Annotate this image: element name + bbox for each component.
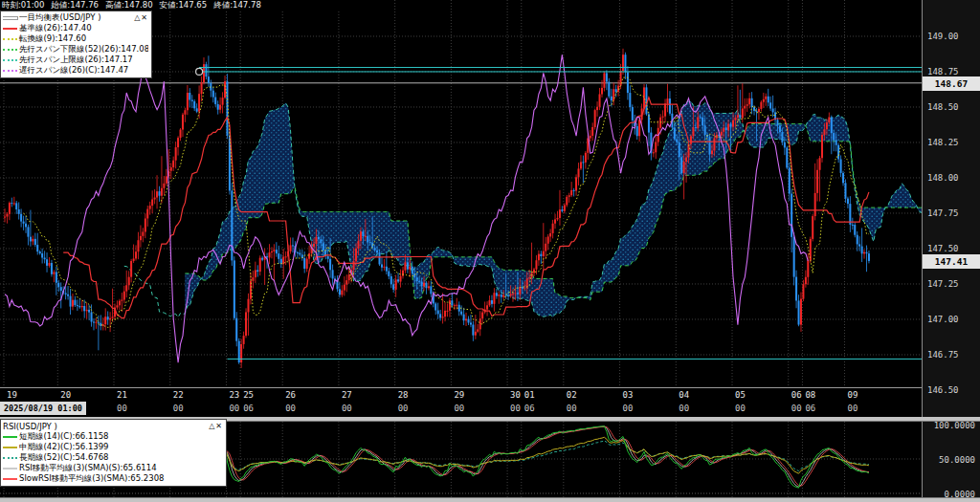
hour-label: 00 — [285, 404, 296, 413]
series-swatch — [3, 457, 17, 459]
hour-label: 00 — [847, 404, 858, 413]
price-tag-upper: 148.67 — [923, 76, 980, 91]
ichimoku-legend[interactable]: 一目均衡表(USD/JPY ) △✕ 基準線(26):147.40転換線(9):… — [0, 11, 152, 78]
series-swatch — [3, 436, 17, 438]
window-bottom-strip — [0, 497, 980, 502]
selected-datetime-tag: 2025/08/19 01:00 — [0, 402, 86, 415]
price-tick-label: 146.50 — [927, 385, 959, 395]
day-label: 26 — [285, 390, 296, 400]
ichimoku-legend-title-row: 一目均衡表(USD/JPY ) △✕ — [3, 12, 148, 23]
legend-item: SlowRSI移動平均線(3)(SMA):65.2308 — [3, 473, 223, 484]
legend-item: 遅行スパン線(26)(C):147.47 — [3, 65, 148, 76]
price-marker-circle[interactable] — [196, 68, 203, 75]
day-label: 06 — [791, 390, 802, 400]
day-label: 25 — [243, 390, 254, 400]
day-label: 21 — [117, 390, 127, 400]
hour-label: 00 — [679, 404, 689, 413]
hour-label: 00 — [567, 404, 577, 413]
series-swatch — [3, 17, 17, 19]
price-tick-label: 147.25 — [927, 279, 959, 289]
day-label: 20 — [60, 390, 71, 400]
series-swatch — [3, 59, 17, 61]
legend-item: 中期線(42)(C):56.1399 — [3, 442, 223, 452]
close-icon[interactable]: ✕ — [141, 13, 148, 22]
legend-item-label: 短期線(14)(C):66.1158 — [19, 431, 109, 442]
day-label: 08 — [805, 390, 815, 400]
legend-item-label: 基準線(26):147.40 — [19, 23, 92, 33]
legend-item: 短期線(14)(C):66.1158 — [3, 431, 223, 442]
hour-label: 00 — [510, 404, 521, 413]
series-swatch — [3, 28, 17, 30]
legend-item-label: SlowRSI移動平均線(3)(SMA):65.2308 — [19, 473, 164, 484]
price-tick-label: 148.00 — [927, 173, 959, 183]
hour-label: 00 — [117, 404, 127, 413]
series-swatch — [3, 478, 17, 480]
legend-item-label: 中期線(42)(C):56.1399 — [19, 442, 109, 452]
price-axis[interactable]: 148.67 147.41 149.00148.75148.50148.2514… — [922, 0, 980, 422]
rsi-legend[interactable]: RSI(USD/JPY ) △✕ 短期線(14)(C):66.1158中期線(4… — [0, 419, 227, 487]
price-tick-label: 147.00 — [927, 315, 959, 324]
legend-item-label: 先行スパン上限線(26):147.17 — [19, 55, 133, 65]
legend-item-label: RSI移動平均線(3)(SMA)(S):65.6114 — [19, 463, 157, 473]
price-tick-label: 148.50 — [927, 102, 959, 112]
day-label: 03 — [623, 390, 634, 400]
price-tag-current: 147.41 — [923, 254, 980, 269]
day-label: 01 — [524, 390, 535, 400]
hour-label: 00 — [791, 404, 802, 413]
hour-label: 00 — [173, 404, 184, 413]
day-label: 30 — [510, 390, 521, 400]
price-tick-label: 146.75 — [927, 350, 959, 360]
price-tick-label: 148.25 — [927, 138, 959, 147]
legend-item: RSI移動平均線(3)(SMA)(S):65.6114 — [3, 463, 223, 473]
close-icon[interactable]: ✕ — [215, 422, 223, 430]
rsi-axis[interactable]: 100.000050.00000.0000 — [922, 422, 980, 498]
hour-label: 00 — [229, 404, 239, 413]
rsi-tick-label: 50.0000 — [939, 455, 975, 465]
rsi-legend-title-row: RSI(USD/JPY ) △✕ — [3, 421, 223, 431]
ohlc-high: 高値:147.80 — [105, 0, 153, 10]
day-label: 28 — [398, 390, 409, 400]
day-label: 29 — [454, 390, 464, 400]
ohlc-close: 終値:147.78 — [213, 0, 261, 10]
series-swatch — [3, 468, 17, 469]
legend-item-label: 遅行スパン線(26)(C):147.47 — [19, 65, 128, 76]
price-tick-label: 147.50 — [927, 244, 959, 253]
rsi-legend-title: RSI(USD/JPY ) — [3, 422, 57, 431]
hour-label: 06 — [805, 404, 815, 413]
time-axis[interactable]: 2025/08/19 01:00 19200021002200230025062… — [0, 387, 922, 418]
hour-label: 00 — [623, 404, 634, 413]
legend-item: 先行スパン下限線(52)(26):147.08 — [3, 44, 148, 55]
hour-label: 06 — [524, 404, 535, 413]
chart-window: 時刻:01:00始値:147.76高値:147.80安値:147.65終値:14… — [0, 0, 980, 502]
hour-label: 00 — [342, 404, 352, 413]
legend-item-label: 長期線(52)(C):54.6768 — [19, 452, 109, 463]
day-label: 02 — [567, 390, 577, 400]
hour-label: 06 — [243, 404, 254, 413]
rsi-long-line — [126, 441, 869, 471]
ohlc-info-bar: 時刻:01:00始値:147.76高値:147.80安値:147.65終値:14… — [0, 0, 368, 10]
candles-group — [4, 49, 870, 368]
day-label: 04 — [679, 390, 689, 400]
day-label: 19 — [7, 390, 17, 400]
day-label: 05 — [735, 390, 746, 400]
price-tick-label: 149.00 — [927, 32, 959, 41]
ohlc-low: 安値:147.65 — [160, 0, 208, 10]
legend-item: 基準線(26):147.40 — [3, 23, 148, 33]
ichimoku-legend-title: 一目均衡表(USD/JPY ) — [19, 12, 101, 23]
day-label: 23 — [229, 390, 239, 400]
rsi-tick-label: 100.0000 — [934, 421, 975, 430]
hour-label: 00 — [735, 404, 746, 413]
ohlc-open: 始値:147.76 — [51, 0, 99, 10]
legend-item-label: 転換線(9):147.60 — [19, 33, 86, 44]
ohlc-time: 時刻:01:00 — [2, 0, 44, 10]
price-tick-label: 148.75 — [927, 67, 959, 76]
series-swatch — [3, 49, 17, 51]
hour-label: 00 — [398, 404, 409, 413]
legend-item: 転換線(9):147.60 — [3, 33, 148, 44]
day-label: 27 — [342, 390, 352, 400]
price-tick-label: 147.75 — [927, 208, 959, 218]
hour-label: 00 — [454, 404, 464, 413]
series-swatch — [3, 447, 17, 448]
series-swatch — [3, 70, 17, 72]
legend-item: 先行スパン上限線(26):147.17 — [3, 55, 148, 65]
